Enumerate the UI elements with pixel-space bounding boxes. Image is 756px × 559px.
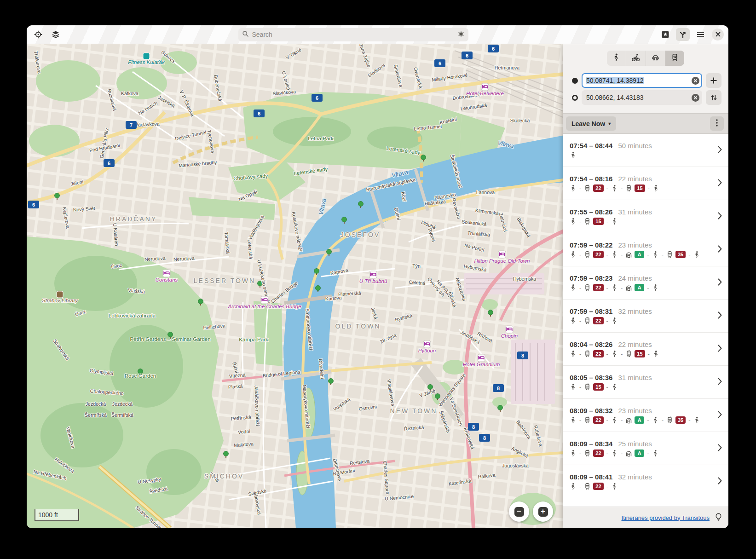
clear-origin-icon[interactable] [692,77,699,85]
line-badge: A [635,416,644,424]
transit-icon [671,53,679,63]
itinerary-item[interactable]: 07:55 – 08:2631 minutes -15- [563,200,728,233]
locate-button[interactable] [31,28,45,41]
walk-icon [611,450,618,457]
itinerary-legs: -22- [570,483,718,490]
leg-separator: - [579,417,581,424]
svg-text:6: 6 [32,202,35,207]
metro-icon [625,416,632,424]
svg-text:Chopin: Chopin [501,333,518,339]
leg-separator: - [579,384,581,391]
walk-icon [570,184,577,192]
itinerary-legs: -22--A- [570,284,718,291]
leg-separator: - [579,483,581,490]
header-bar: Search [27,25,728,44]
line-badge: 22 [593,251,603,258]
walk-icon [693,416,700,424]
walk-icon [570,483,577,490]
bookmarks-button[interactable] [658,28,672,41]
tram-icon [584,184,591,192]
leg-separator: - [606,351,608,357]
transport-mode-switcher [607,51,684,66]
itinerary-item[interactable]: 08:09 – 08:3223 minutes -22--A--35- [563,399,728,432]
leg-separator: - [621,450,623,457]
itinerary-duration: 22 minutes [618,340,652,348]
swap-route-button[interactable] [706,90,721,105]
itinerary-time: 07:59 – 08:23 [570,274,612,282]
itinerary-legs: -22--15- [570,184,718,192]
departure-bar: Leave Now ▾ [563,113,728,134]
leg-separator: - [579,185,581,192]
leave-now-dropdown[interactable]: Leave Now ▾ [566,116,616,131]
kebab-menu-icon [716,119,718,128]
mode-button-walk[interactable] [607,51,626,66]
svg-text:6: 6 [439,61,441,66]
itinerary-duration: 50 minutes [618,142,652,150]
svg-text:Lannova: Lannova [476,190,495,195]
line-badge: 22 [593,317,603,324]
origin-point-icon [570,78,580,84]
walk-icon [612,53,620,63]
itinerary-time: 08:04 – 08:26 [570,340,612,348]
route-controls: 50.08741, 14.38912 50.08662, 14.43183 [563,44,728,113]
walk-icon [693,251,700,258]
svg-text:Jezdecká: Jezdecká [86,401,106,407]
clear-destination-icon[interactable] [692,94,699,102]
route-options-menu-button[interactable] [710,116,724,131]
svg-text:HRADČANY: HRADČANY [110,215,157,223]
origin-input[interactable]: 50.08741, 14.38912 [582,73,702,88]
tram-icon [625,350,632,357]
search-input[interactable]: Search [238,28,468,41]
chevron-right-icon [718,311,722,321]
itinerary-duration: 31 minutes [618,208,652,216]
itinerary-item[interactable]: 08:05 – 08:3631 minutes -15- [563,366,728,399]
mode-button-car[interactable] [646,51,665,66]
line-badge: 22 [593,450,603,457]
provider-link[interactable]: Itineraries provided by Transitous [622,514,710,521]
close-button[interactable] [712,29,724,40]
itinerary-item[interactable]: 07:54 – 08:4450 minutes [563,134,728,167]
itinerary-item[interactable]: 08:09 – 08:4132 minutes -22- [563,465,728,498]
mode-button-bike[interactable] [626,51,646,66]
line-badge: 22 [593,483,603,490]
itinerary-item[interactable]: 08:09 – 08:3425 minutes -22--A- [563,432,728,465]
itinerary-item[interactable]: 07:59 – 08:2223 minutes -22--A--35- [563,233,728,266]
tram-icon [625,184,632,192]
itinerary-item[interactable]: 07:59 – 08:3132 minutes -22- [563,300,728,333]
locate-icon [34,30,42,39]
mode-button-transit[interactable] [665,51,684,66]
svg-text:SMÍCHOV: SMÍCHOV [204,473,244,480]
svg-text:Kampa Park: Kampa Park [239,337,268,342]
explore-poi-icon[interactable] [457,30,465,39]
layers-button[interactable] [49,28,63,41]
svg-text:6: 6 [492,46,495,52]
destination-input[interactable]: 50.08662, 14.43183 [582,90,702,105]
leg-separator: - [647,284,649,291]
menu-button[interactable] [693,28,707,41]
leg-separator: - [606,218,608,225]
leg-separator: - [647,417,649,424]
itinerary-item[interactable]: 08:04 – 08:2622 minutes -22--15- [563,333,728,366]
svg-text:Hotel Belvedere: Hotel Belvedere [466,91,504,96]
line-badge: A [635,251,644,258]
line-badge: 35 [675,416,686,424]
zoom-in-button[interactable]: + [533,501,553,522]
leg-separator: - [606,251,608,258]
itinerary-duration: 25 minutes [618,440,652,448]
zoom-out-button[interactable]: − [509,501,529,522]
itinerary-item[interactable]: 07:54 – 08:1622 minutes -22--15- [563,167,728,200]
svg-text:6: 6 [466,53,468,58]
svg-text:Hotel Grandium: Hotel Grandium [463,362,500,367]
route-button[interactable] [676,28,690,41]
itinerary-legs: -15- [570,383,718,391]
add-stop-button[interactable] [706,73,721,88]
walk-icon [652,416,659,424]
itinerary-item[interactable]: 07:59 – 08:2324 minutes -22--A- [563,266,728,300]
svg-text:Jugoslávská: Jugoslávská [502,463,529,468]
scale-label: 1000 ft [38,511,58,519]
walk-icon [652,450,659,457]
walk-icon [611,383,618,391]
route-icon [679,30,687,39]
tram-icon [584,483,591,490]
tram-icon [584,350,591,357]
